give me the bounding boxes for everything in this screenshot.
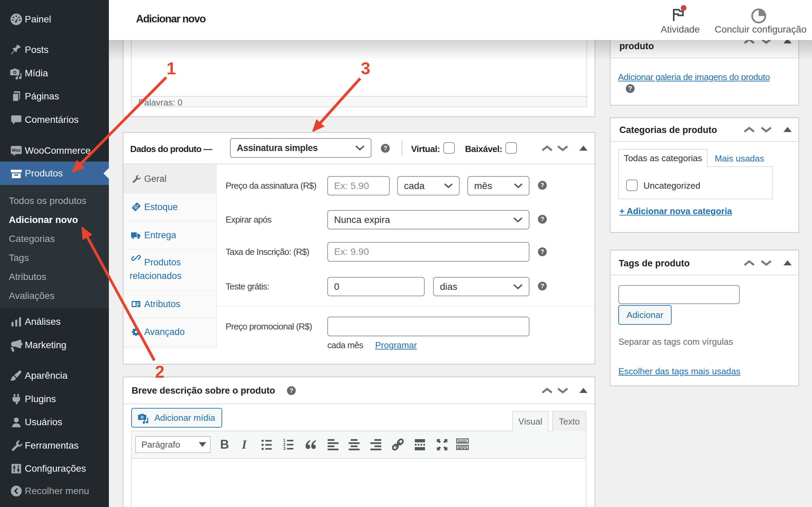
svg-text:1: 1: [167, 59, 176, 78]
svg-text:3: 3: [361, 59, 370, 78]
svg-text:2: 2: [155, 362, 165, 381]
